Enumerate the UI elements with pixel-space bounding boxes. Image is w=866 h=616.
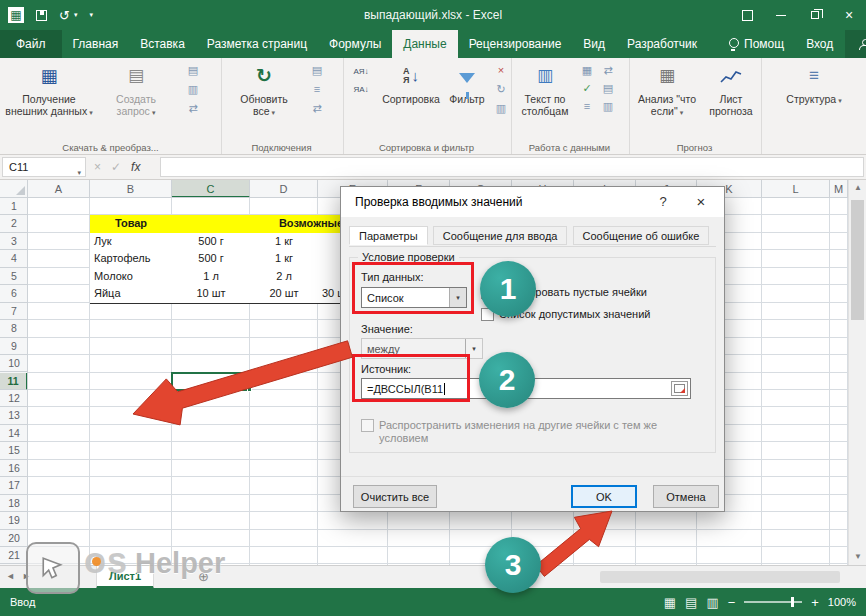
cell-C5[interactable]: 1 л: [172, 268, 251, 286]
tab-formulas[interactable]: Формулы: [318, 30, 392, 58]
insert-function-icon[interactable]: fx: [131, 160, 140, 174]
formula-input[interactable]: [160, 157, 864, 177]
text-to-columns-button[interactable]: ▥ Текст по столбцам: [516, 61, 574, 140]
new-query-button[interactable]: ▤ Создать запрос▾: [98, 61, 174, 140]
clear-filter-icon[interactable]: ×: [492, 63, 510, 78]
zoom-out-icon[interactable]: −: [728, 596, 736, 609]
column-header-A[interactable]: A: [28, 180, 90, 198]
cell-B6[interactable]: Яйца: [90, 285, 173, 303]
cell-C3[interactable]: 500 г: [172, 233, 251, 251]
row-header-2[interactable]: 2: [0, 215, 28, 232]
cell-B5[interactable]: Молоко: [90, 268, 173, 286]
value-dropdown[interactable]: между ▾: [361, 338, 483, 359]
select-all-corner[interactable]: [0, 180, 28, 198]
row-header-7[interactable]: 7: [0, 303, 28, 320]
data-model-icon[interactable]: ▥: [599, 99, 617, 114]
apply-to-all-checkbox[interactable]: Распространить изменения на другие ячейк…: [361, 419, 701, 445]
row-header-3[interactable]: 3: [0, 233, 28, 250]
recent-sources-icon[interactable]: ⇄: [184, 101, 202, 116]
reapply-icon[interactable]: ↻: [492, 82, 510, 97]
tab-page-layout[interactable]: Разметка страниц: [196, 30, 318, 58]
connections-icon[interactable]: ▤: [308, 63, 326, 78]
ok-button[interactable]: OK: [571, 485, 637, 508]
row-header-14[interactable]: 14: [0, 425, 28, 442]
row-header-17[interactable]: 17: [0, 477, 28, 494]
tab-data[interactable]: Данные: [392, 30, 457, 58]
sheet-nav-left-icon[interactable]: ◄: [6, 571, 15, 581]
qat-customize-icon[interactable]: ▾: [89, 11, 93, 19]
share-button[interactable]: Общий доступ: [845, 30, 866, 58]
tab-insert[interactable]: Вставка: [129, 30, 196, 58]
dialog-help-icon[interactable]: ?: [647, 187, 679, 217]
tab-view[interactable]: Вид: [572, 30, 616, 58]
column-header-M[interactable]: M: [830, 180, 848, 198]
row-header-9[interactable]: 9: [0, 338, 28, 355]
row-header-4[interactable]: 4: [0, 250, 28, 267]
tab-parameters[interactable]: Параметры: [349, 226, 428, 245]
row-header-12[interactable]: 12: [0, 390, 28, 407]
column-header-B[interactable]: B: [90, 180, 172, 198]
tab-error-message[interactable]: Сообщение об ошибке: [573, 226, 710, 245]
data-type-dropdown[interactable]: Список ▾: [361, 287, 467, 308]
column-header-C[interactable]: C: [172, 180, 250, 198]
tab-review[interactable]: Рецензирование: [458, 30, 573, 58]
zoom-in-icon[interactable]: +: [811, 596, 819, 609]
cell-D6[interactable]: 20 шт: [250, 285, 319, 303]
row-header-19[interactable]: 19: [0, 512, 28, 529]
restore-icon[interactable]: [798, 0, 832, 30]
show-queries-icon[interactable]: ▤: [184, 63, 202, 78]
fill-handle[interactable]: [247, 387, 252, 392]
get-external-data-button[interactable]: ▦ Получение внешних данных▾: [4, 61, 94, 140]
advanced-icon[interactable]: ▥: [492, 101, 510, 116]
tab-file[interactable]: Файл: [0, 30, 62, 58]
cell-C4[interactable]: 500 г: [172, 250, 251, 268]
undo-icon[interactable]: ↺: [59, 9, 70, 22]
clear-all-button[interactable]: Очистить все: [353, 485, 437, 508]
column-header-D[interactable]: D: [250, 180, 318, 198]
tab-input-message[interactable]: Сообщение для ввода: [433, 226, 568, 245]
edit-links-icon[interactable]: ⇄: [308, 101, 326, 116]
cancel-button[interactable]: Отмена: [653, 485, 719, 508]
row-header-5[interactable]: 5: [0, 268, 28, 285]
row-header-16[interactable]: 16: [0, 460, 28, 477]
sheet-tab[interactable]: Лист1: [96, 566, 154, 589]
row-header-20[interactable]: 20: [0, 530, 28, 547]
page-break-view-icon[interactable]: ▥: [706, 595, 718, 610]
sign-in-button[interactable]: Вход: [794, 30, 845, 58]
tab-developer[interactable]: Разработчик: [616, 30, 708, 58]
column-header-L[interactable]: L: [762, 180, 830, 198]
scroll-down-icon[interactable]: ▼: [849, 549, 866, 565]
row-header-15[interactable]: 15: [0, 442, 28, 459]
name-box[interactable]: C11 ▾: [2, 157, 86, 177]
cell-B3[interactable]: Лук: [90, 233, 173, 251]
filter-button[interactable]: Фильтр: [445, 61, 489, 140]
refresh-all-button[interactable]: ↻ Обновить все▾: [228, 61, 300, 140]
row-header-21[interactable]: 21: [0, 547, 28, 564]
consolidate-icon[interactable]: ▤: [599, 81, 617, 96]
relationships-icon[interactable]: ≡: [578, 99, 596, 114]
dialog-close-icon[interactable]: ×: [684, 187, 718, 217]
dropdown-arrow-icon[interactable]: ▾: [449, 288, 466, 307]
vertical-scrollbar[interactable]: ▲ ▼: [848, 180, 866, 565]
row-header-8[interactable]: 8: [0, 320, 28, 337]
sort-az-icon[interactable]: АЯ↓: [348, 63, 374, 79]
row-header-1[interactable]: 1: [0, 198, 28, 215]
sort-za-icon[interactable]: ЯА↓: [348, 81, 374, 97]
row-header-11[interactable]: 11: [0, 373, 28, 390]
minimize-icon[interactable]: [764, 0, 798, 30]
tell-me-box[interactable]: Помощ: [718, 30, 794, 58]
cell-C6[interactable]: 10 шт: [172, 285, 251, 303]
zoom-slider[interactable]: [744, 601, 802, 603]
cell-D3[interactable]: 1 кг: [250, 233, 319, 251]
row-header-18[interactable]: 18: [0, 495, 28, 512]
horizontal-scroll-thumb[interactable]: [600, 571, 840, 583]
close-icon[interactable]: ×: [832, 0, 866, 30]
row-header-6[interactable]: 6: [0, 285, 28, 302]
sort-button[interactable]: АЯ ↓ Сортировка: [380, 61, 442, 140]
data-validation-icon[interactable]: ✓: [578, 81, 596, 96]
forecast-sheet-button[interactable]: Лист прогноза: [704, 61, 758, 140]
properties-icon[interactable]: ≡: [308, 82, 326, 97]
zoom-slider-thumb[interactable]: [791, 597, 794, 607]
vertical-scroll-thumb[interactable]: [851, 200, 864, 320]
page-layout-view-icon[interactable]: ▤: [685, 595, 697, 610]
